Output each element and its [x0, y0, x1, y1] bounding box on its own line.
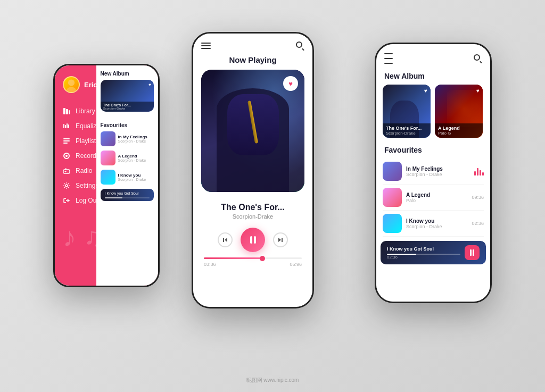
fav-duration-3: 02:36 [472, 221, 484, 226]
prev-button[interactable] [218, 232, 233, 247]
sidebar-album-name: The One's For... [103, 103, 151, 107]
play-pause-button[interactable] [241, 228, 265, 252]
song-title: The One's For... [199, 203, 307, 212]
sidebar-favourites-title: Favourites [96, 120, 158, 129]
favourites-section-title: Favourites [376, 143, 490, 159]
svg-rect-2 [63, 108, 65, 114]
sidebar-new-album-title: New Album [101, 71, 154, 77]
svg-point-13 [65, 155, 68, 157]
fav-thumb-2 [383, 188, 402, 207]
svg-rect-10 [63, 140, 70, 141]
svg-point-0 [68, 79, 75, 86]
fav-thumb-3 [383, 214, 402, 233]
album-2-label: A Legend Palo G [435, 123, 483, 138]
svg-rect-7 [67, 123, 68, 128]
p3-search-icon[interactable] [474, 54, 482, 63]
library-label: Library [76, 107, 95, 115]
sidebar-fav-item-2: A Legend Scorpion - Drake [96, 148, 158, 168]
now-bar-info: I Know you Got Soul 02:36 [387, 246, 460, 260]
playlist-icon [63, 137, 70, 145]
record-label: Record [76, 152, 96, 160]
sidebar-right-panel: New Album The One's For... Scorpion-Drak… [96, 65, 158, 286]
pause-icon [250, 236, 256, 244]
svg-rect-16 [67, 171, 69, 171]
p3-header [376, 44, 490, 69]
svg-rect-5 [63, 124, 64, 128]
current-time: 03:36 [204, 262, 216, 267]
svg-marker-23 [278, 238, 281, 242]
scene: Eric Drake Library [0, 0, 545, 392]
progress-dot [260, 256, 265, 261]
svg-rect-6 [65, 125, 66, 128]
now-playing-title: Now Playing [193, 53, 312, 67]
song-artist: Scorpion-Drake [199, 213, 307, 220]
svg-marker-21 [225, 238, 227, 242]
sidebar-fav-item-3: I Know you Scorpion - Drake [96, 168, 158, 187]
album-2-heart: ♥ [476, 88, 480, 94]
new-album-section-title: New Album [376, 69, 490, 85]
svg-point-19 [65, 185, 68, 187]
settings-label: Settings [76, 182, 98, 189]
time-labels: 03:36 05:96 [204, 262, 302, 267]
sidebar-fav-info-2: A Legend Scorpion - Drake [118, 154, 154, 162]
fav-info-2: A Legend Palo [406, 192, 467, 203]
sidebar-fav-info-1: In My Feelings Scorpion - Drake [118, 135, 154, 143]
svg-rect-24 [282, 238, 283, 242]
avatar [63, 76, 80, 93]
radio-label: Radio [76, 167, 92, 174]
svg-rect-9 [63, 138, 70, 139]
fav-thumb-1 [383, 162, 402, 181]
radio-icon [63, 167, 70, 174]
logout-label: Log Out [76, 197, 98, 204]
progress-container: 03:36 05:96 [193, 255, 312, 275]
fav-duration-2: 09:36 [472, 195, 484, 200]
hamburger-menu-icon[interactable] [201, 43, 211, 49]
sidebar-album-artist: Scorpion-Drake [103, 107, 151, 110]
album-art: ♥ [201, 70, 304, 192]
fav-item-1[interactable]: In My Feelings Scorpion - Drake [383, 159, 484, 185]
library-icon [63, 107, 70, 115]
next-button[interactable] [273, 232, 288, 247]
svg-rect-8 [68, 124, 69, 128]
album-grid: ♥ The One's For... Scorpion-Drake ♥ A Le… [376, 85, 490, 143]
fav-info-1: In My Feelings Scorpion - Drake [406, 166, 470, 177]
equalizer-icon [63, 122, 70, 130]
p3-hamburger-icon[interactable] [384, 52, 393, 65]
song-info: The One's For... Scorpion-Drake [193, 195, 312, 222]
p2-header [193, 34, 312, 53]
svg-point-15 [65, 171, 67, 172]
bar-3 [480, 170, 481, 176]
svg-rect-17 [67, 172, 69, 172]
svg-rect-22 [223, 238, 224, 242]
bar-4 [482, 172, 484, 176]
playing-indicator [474, 167, 484, 176]
svg-rect-18 [65, 168, 67, 170]
sidebar-fav-info-3: I Know you Scorpion - Drake [118, 173, 154, 181]
svg-rect-4 [69, 110, 70, 114]
sidebar-fav-thumb-2 [101, 151, 115, 165]
progress-fill [204, 257, 262, 259]
player-controls [193, 222, 312, 255]
progress-bar[interactable] [204, 257, 302, 259]
fav-item-3[interactable]: I Know you Scorpion - Drake 02:36 [383, 211, 484, 237]
svg-rect-14 [63, 170, 70, 173]
record-icon [63, 152, 70, 160]
phone-library: New Album ♥ The One's For... Scorpion-Dr… [375, 43, 492, 303]
now-bar-time: 02:36 [387, 255, 460, 260]
now-bar-play-button[interactable] [465, 245, 480, 260]
favourite-heart-button[interactable]: ♥ [283, 76, 298, 91]
album-1-label: The One's For... Scorpion-Drake [383, 123, 431, 138]
fav-item-2[interactable]: A Legend Palo 09:36 [383, 185, 484, 211]
album-1-heart: ♥ [424, 88, 427, 94]
p2-search-icon[interactable] [296, 41, 304, 50]
phone-now-playing: Now Playing ♥ The One's For... S [192, 32, 314, 308]
sidebar-fav-thumb-3 [101, 170, 115, 185]
logout-icon [63, 197, 70, 204]
album-card-1[interactable]: ♥ The One's For... Scorpion-Drake [383, 85, 431, 138]
bar-2 [477, 168, 478, 176]
now-playing-mini-bar: I Know you Got Soul 02:36 [381, 241, 486, 264]
fav-info-3: I Know you Scorpion - Drake [406, 218, 467, 229]
album-card-2[interactable]: ♥ A Legend Palo G [435, 85, 483, 138]
watermark: 昵图网 www.nipic.com [0, 377, 545, 384]
phone-menu: Eric Drake Library [53, 64, 160, 287]
